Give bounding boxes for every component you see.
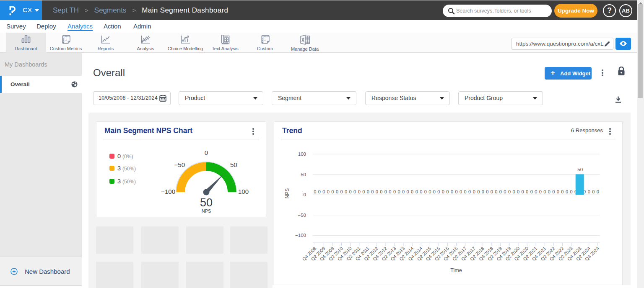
- svg-text:NPS: NPS: [284, 188, 290, 199]
- svg-text:0: 0: [508, 189, 511, 194]
- svg-text:0: 0: [499, 189, 502, 194]
- svg-text:0: 0: [349, 189, 352, 194]
- svg-text:0: 0: [548, 189, 551, 194]
- svg-text:−50: −50: [298, 213, 306, 218]
- svg-text:0: 0: [437, 189, 440, 194]
- svg-text:0: 0: [367, 189, 369, 194]
- svg-text:0: 0: [512, 189, 515, 194]
- svg-text:0: 0: [340, 189, 343, 194]
- svg-text:100: 100: [298, 152, 306, 157]
- svg-text:0: 0: [557, 189, 559, 194]
- svg-text:0: 0: [530, 189, 533, 194]
- svg-text:0: 0: [336, 189, 338, 194]
- svg-text:0: 0: [446, 189, 449, 194]
- svg-text:0: 0: [570, 189, 572, 194]
- svg-text:0: 0: [543, 189, 546, 194]
- svg-text:0: 0: [393, 189, 396, 194]
- svg-text:0: 0: [322, 189, 325, 194]
- svg-text:0: 0: [420, 189, 422, 194]
- svg-text:0: 0: [539, 189, 542, 194]
- svg-text:0: 0: [304, 192, 306, 197]
- svg-text:0: 0: [411, 189, 413, 194]
- svg-text:0: 0: [380, 189, 382, 194]
- svg-text:0: 0: [482, 189, 484, 194]
- svg-text:0: 0: [371, 189, 374, 194]
- svg-text:0: 0: [433, 189, 436, 194]
- svg-text:0: 0: [376, 189, 378, 194]
- svg-text:0: 0: [592, 189, 595, 194]
- svg-text:0: 0: [424, 189, 427, 194]
- svg-text:0: 0: [389, 189, 391, 194]
- svg-text:0: 0: [477, 189, 480, 194]
- svg-text:0: 0: [318, 189, 321, 194]
- svg-text:0: 0: [566, 189, 568, 194]
- svg-text:0: 0: [451, 189, 453, 194]
- svg-text:0: 0: [561, 189, 564, 194]
- svg-text:0: 0: [491, 189, 493, 194]
- svg-text:0: 0: [428, 189, 431, 194]
- svg-text:50: 50: [577, 167, 583, 172]
- svg-text:0: 0: [345, 189, 347, 194]
- svg-text:0: 0: [588, 189, 590, 194]
- svg-text:0: 0: [327, 189, 330, 194]
- svg-text:0: 0: [442, 189, 444, 194]
- svg-text:0: 0: [358, 189, 361, 194]
- svg-text:0: 0: [415, 189, 418, 194]
- svg-text:0: 0: [468, 189, 471, 194]
- svg-text:0: 0: [464, 189, 467, 194]
- svg-text:0: 0: [455, 189, 457, 194]
- svg-text:0: 0: [362, 189, 365, 194]
- svg-text:Time: Time: [450, 267, 462, 273]
- svg-text:0: 0: [402, 189, 405, 194]
- svg-text:50: 50: [301, 172, 306, 177]
- svg-text:0: 0: [331, 189, 334, 194]
- svg-text:0: 0: [504, 189, 506, 194]
- svg-text:0: 0: [486, 189, 488, 194]
- svg-text:0: 0: [535, 189, 537, 194]
- svg-text:0: 0: [517, 189, 519, 194]
- svg-text:0: 0: [552, 189, 555, 194]
- svg-text:0: 0: [353, 189, 356, 194]
- svg-text:0: 0: [314, 189, 316, 194]
- svg-text:0: 0: [384, 189, 387, 194]
- svg-text:0: 0: [522, 189, 524, 194]
- svg-text:0: 0: [407, 189, 409, 194]
- svg-text:0: 0: [460, 189, 462, 194]
- svg-text:0: 0: [597, 189, 599, 194]
- svg-text:0: 0: [473, 189, 475, 194]
- svg-text:0: 0: [495, 189, 497, 194]
- svg-text:0: 0: [397, 189, 400, 194]
- svg-text:−100: −100: [295, 233, 306, 238]
- svg-text:0: 0: [526, 189, 528, 194]
